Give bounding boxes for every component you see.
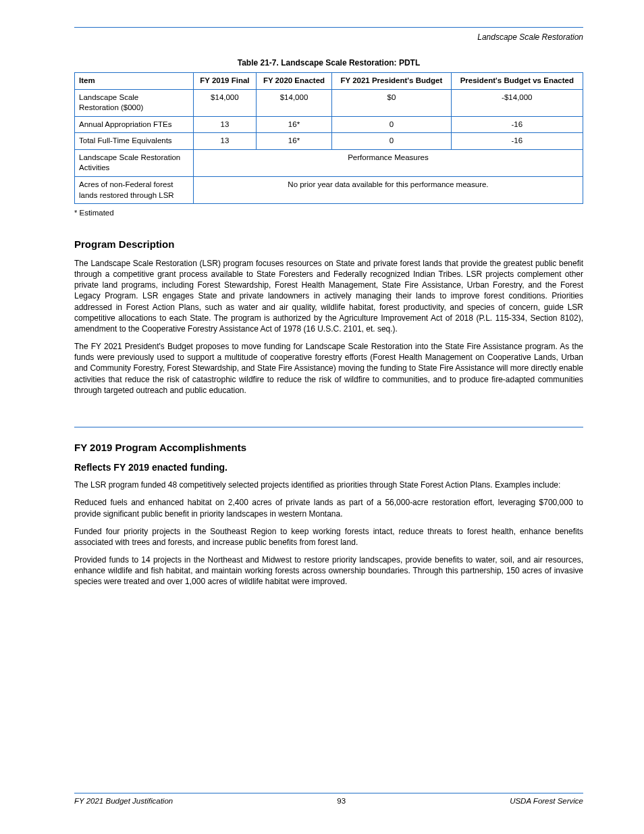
cell: 0 [332, 133, 452, 150]
header-running-title: Landscape Scale Restoration [74, 32, 583, 43]
row-label: Acres of non-Federal forestlands restore… [75, 176, 194, 203]
table-row: Landscape Scale RestorationActivities Pe… [75, 149, 583, 176]
header-rule [74, 27, 583, 28]
row-label: Landscape Scale RestorationActivities [75, 149, 194, 176]
table-row: Acres of non-Federal forestlands restore… [75, 176, 583, 203]
merged-cell: Performance Measures [193, 149, 583, 176]
program-description-section: Program Description The Landscape Scale … [74, 238, 583, 396]
paragraph: Funded four priority projects in the Sou… [74, 526, 583, 548]
table-header-row: Item FY 2019 Final FY 2020 Enacted FY 20… [75, 73, 583, 90]
cell: -16 [451, 116, 583, 133]
footer-rule [74, 793, 583, 793]
paragraph: The FY 2021 President's Budget proposes … [74, 341, 583, 396]
cell: $14,000 [256, 89, 331, 116]
cell: $0 [332, 89, 452, 116]
row-label: Total Full-Time Equivalents [75, 133, 194, 150]
paragraph: The LSR program funded 48 competitively … [74, 479, 583, 490]
cell: -$14,000 [451, 89, 583, 116]
table-row: Landscape ScaleRestoration ($000) $14,00… [75, 89, 583, 116]
accomplishments-section: FY 2019 Program Accomplishments Reflects… [74, 427, 583, 588]
row-label: Annual Appropriation FTEs [75, 116, 194, 133]
table-footnote: * Estimated [74, 208, 583, 219]
merged-cell: No prior year data available for this pe… [193, 176, 583, 203]
page-footer: FY 2021 Budget Justification 93 USDA For… [74, 793, 583, 807]
cell: 0 [332, 116, 452, 133]
cell: 13 [193, 133, 256, 150]
footer-right: USDA Forest Service [510, 796, 583, 807]
cell: 13 [193, 116, 256, 133]
section-heading: FY 2019 Program Accomplishments [74, 441, 583, 454]
table-row: Annual Appropriation FTEs 13 16* 0 -16 [75, 116, 583, 133]
sub-heading: Reflects FY 2019 enacted funding. [74, 461, 583, 474]
th-fy2019: FY 2019 Final [193, 73, 256, 90]
paragraph: Reduced fuels and enhanced habitat on 2,… [74, 497, 583, 519]
table-row: Total Full-Time Equivalents 13 16* 0 -16 [75, 133, 583, 150]
row-label: Landscape ScaleRestoration ($000) [75, 89, 194, 116]
cell: 16* [256, 133, 331, 150]
th-item: Item [75, 73, 194, 90]
th-fy2021: FY 2021 President's Budget [332, 73, 452, 90]
footer-page-number: 93 [173, 796, 510, 807]
cell: 16* [256, 116, 331, 133]
paragraph: Provided funds to 14 projects in the Nor… [74, 554, 583, 588]
section-heading: Program Description [74, 238, 583, 251]
cell: $14,000 [193, 89, 256, 116]
footer-left: FY 2021 Budget Justification [74, 796, 173, 807]
pdtl-table: Item FY 2019 Final FY 2020 Enacted FY 20… [74, 72, 583, 204]
th-delta: President's Budget vs Enacted [451, 73, 583, 90]
th-fy2020: FY 2020 Enacted [256, 73, 331, 90]
cell: -16 [451, 133, 583, 150]
table-title: Table 21-7. Landscape Scale Restoration:… [74, 57, 583, 68]
paragraph: The Landscape Scale Restoration (LSR) pr… [74, 258, 583, 334]
